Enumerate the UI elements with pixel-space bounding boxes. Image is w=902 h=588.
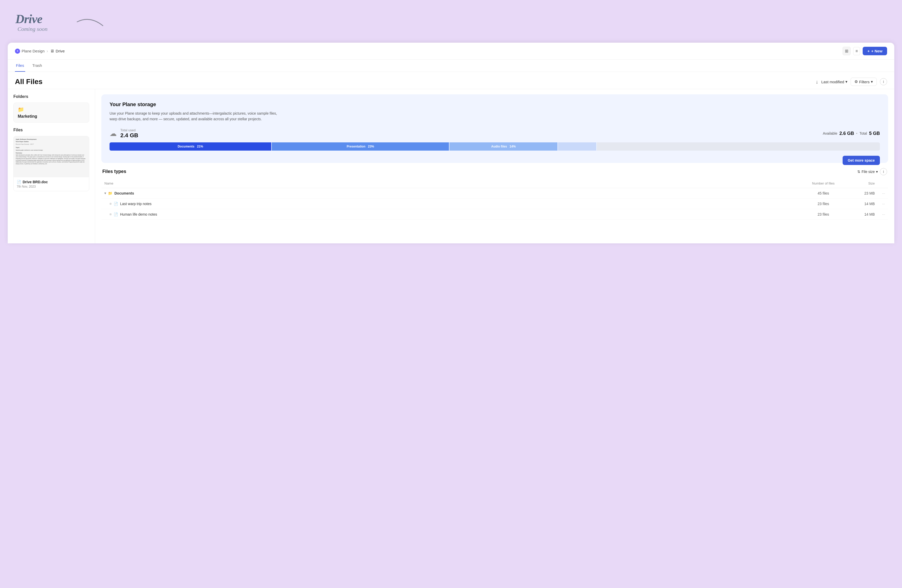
documents-folder-icon: 📁 — [108, 191, 112, 195]
file-types-section: Files types ⇅ File size ▾ i — [95, 168, 894, 226]
file-size-chevron-icon: ▾ — [876, 170, 878, 174]
sort-direction-icon[interactable]: ↓ — [816, 79, 818, 85]
file-preview: Agile Software Development Term Paper Ou… — [14, 136, 89, 177]
swoosh-decoration — [75, 18, 105, 33]
file-size-sort-button[interactable]: ⇅ File size ▾ — [857, 170, 878, 174]
drive-logo: Drive — [16, 13, 48, 25]
last-modified-sort-button[interactable]: Last modified ▾ — [821, 80, 847, 84]
sort-icon: ⇅ — [857, 170, 860, 174]
sub-item-dot-icon-2 — [110, 213, 111, 215]
file-preview-content: Agile Software Development Term Paper Ou… — [14, 136, 89, 167]
page-header: All Files ↓ Last modified ▾ ⚙ Filters ▾ … — [8, 72, 894, 89]
file-name: 📄 Drive BRD.doc — [17, 180, 86, 184]
bar-documents: Documents 21% — [110, 142, 271, 150]
get-more-label: Get more space — [848, 158, 875, 163]
get-more-space-button[interactable]: Get more space — [842, 156, 880, 165]
files-section-title: Files — [13, 128, 89, 132]
grid-view-button[interactable]: ⊞ — [842, 47, 850, 55]
expand-chevron-icon[interactable]: ▾ — [104, 191, 106, 195]
drive-breadcrumb-label: Drive — [56, 49, 65, 53]
storage-bar: Documents 21% Presentation 23% Audio fil… — [110, 142, 880, 150]
list-icon: ≡ — [855, 49, 858, 53]
right-panel: Your Plane storage Use your Plane storag… — [95, 89, 894, 243]
documents-file-count: 45 files — [803, 191, 844, 195]
table-row-warp-notes[interactable]: 📄 Last warp trip notes 23 files 14 MB ··… — [101, 199, 888, 209]
documents-more-button[interactable]: ··· — [875, 191, 885, 195]
cloud-icon: ☁ — [110, 129, 117, 138]
bar-other — [558, 142, 597, 150]
file-types-info-button[interactable]: i — [880, 168, 887, 175]
table-row-human-notes[interactable]: 📄 Human life demo notes 23 files 14 MB ·… — [101, 209, 888, 220]
available-value: 2.6 GB — [839, 131, 854, 136]
table-header: Name Number of files Size — [101, 179, 888, 188]
folder-marketing[interactable]: 📁 Marketing — [13, 103, 89, 123]
top-nav: ✦ Plane Design › 🖥 Drive ⊞ ≡ + + Ne — [8, 43, 894, 59]
filters-label: Filters — [859, 80, 870, 84]
new-button[interactable]: + + New — [863, 47, 887, 55]
warp-notes-name: 📄 Last warp trip notes — [104, 202, 803, 206]
coming-soon-label: Coming soon — [17, 26, 48, 32]
documents-size: 23 MB — [844, 191, 875, 195]
folder-name: Marketing — [18, 114, 85, 119]
bar-empty — [597, 142, 880, 150]
filters-button[interactable]: ⚙ Filters ▾ — [850, 78, 877, 86]
info-button[interactable]: i — [880, 78, 887, 85]
breadcrumb: ✦ Plane Design › 🖥 Drive — [15, 48, 65, 54]
available-label: Available — [823, 131, 838, 135]
tabs-bar: Files Trash — [8, 59, 894, 72]
col-files-header: Number of files — [803, 181, 844, 185]
bar-audio: Audio files 14% — [449, 142, 557, 150]
file-types-title: Files types — [102, 169, 126, 174]
left-panel: Folders 📁 Marketing Files Agile Software… — [8, 89, 95, 243]
human-notes-name: 📄 Human life demo notes — [104, 212, 803, 216]
breadcrumb-separator: › — [47, 49, 48, 53]
warp-notes-label: Last warp trip notes — [120, 202, 152, 206]
folder-icon: 📁 — [18, 106, 85, 113]
drive-breadcrumb-icon: 🖥 — [50, 49, 54, 53]
file-size-label: File size — [861, 170, 875, 174]
list-view-button[interactable]: ≡ — [853, 47, 860, 55]
bar-presentation: Presentation 23% — [272, 142, 449, 150]
table-row-documents[interactable]: ▾ 📁 Documents 45 files 23 MB ··· — [101, 188, 888, 199]
storage-used-row: ☁ Total used 2.4 GB Available 2.6 GB • T… — [110, 128, 880, 139]
filters-chevron-icon: ▾ — [871, 80, 873, 84]
col-size-header: Size — [844, 181, 875, 185]
human-notes-more-button[interactable]: ··· — [875, 212, 885, 216]
file-size-sort: ⇅ File size ▾ i — [857, 168, 887, 175]
available-total-info: Available 2.6 GB • Total 5 GB — [823, 131, 880, 136]
folders-section-title: Folders — [13, 94, 89, 99]
row-documents-name: ▾ 📁 Documents — [104, 191, 803, 195]
human-notes-size: 14 MB — [844, 212, 875, 216]
storage-description: Use your Plane storage to keep your uplo… — [110, 111, 284, 122]
chevron-down-icon: ▾ — [846, 80, 847, 84]
grid-icon: ⊞ — [845, 48, 848, 53]
warp-notes-size: 14 MB — [844, 202, 875, 206]
nav-actions: ⊞ ≡ + + New — [842, 47, 887, 55]
drive-branding: Drive Coming soon — [8, 8, 894, 40]
info-icon: i — [883, 80, 884, 84]
file-types-info-icon: i — [883, 170, 884, 174]
storage-title: Your Plane storage — [110, 102, 880, 108]
tab-trash[interactable]: Trash — [31, 59, 43, 72]
col-name-header: Name — [104, 181, 803, 185]
file-doc-icon: 📄 — [17, 180, 21, 184]
new-label: + New — [871, 49, 882, 53]
filter-icon: ⚙ — [854, 80, 858, 84]
total-label: Total — [859, 131, 867, 135]
file-card-brd[interactable]: Agile Software Development Term Paper Ou… — [13, 136, 89, 191]
file-info: 📄 Drive BRD.doc 7th Nov, 2023 — [14, 177, 89, 191]
page-title: All Files — [15, 78, 42, 86]
workspace-link[interactable]: ✦ Plane Design — [15, 48, 44, 54]
file-date: 7th Nov, 2023 — [17, 185, 86, 188]
drive-link[interactable]: 🖥 Drive — [50, 49, 65, 53]
plus-icon: + — [867, 49, 870, 53]
sub-item-dot-icon — [110, 203, 111, 205]
human-notes-file-count: 23 files — [803, 212, 844, 216]
tab-files[interactable]: Files — [15, 59, 25, 72]
last-modified-label: Last modified — [821, 80, 844, 84]
total-used-value: 2.4 GB — [121, 132, 138, 139]
file-types-header: Files types ⇅ File size ▾ i — [101, 168, 888, 175]
human-notes-label: Human life demo notes — [120, 212, 157, 216]
total-value: 5 GB — [869, 131, 880, 136]
warp-notes-more-button[interactable]: ··· — [875, 202, 885, 206]
